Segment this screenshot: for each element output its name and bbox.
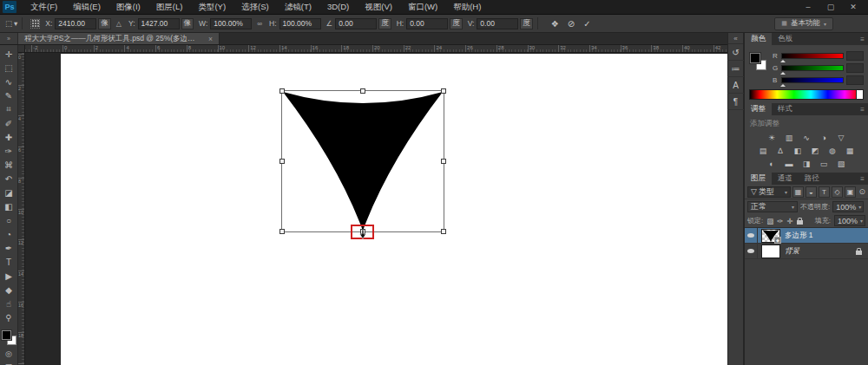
warp-mode-icon[interactable]: ❖	[551, 19, 559, 29]
slider-thumb[interactable]	[780, 57, 786, 62]
photo-filter-icon[interactable]: ◩	[809, 145, 822, 156]
filter-adjustment-layers-icon[interactable]: ◒	[806, 186, 817, 198]
posterize-icon[interactable]: ▬	[783, 158, 796, 169]
menu-window[interactable]: 窗口(W)	[400, 0, 445, 14]
menu-select[interactable]: 选择(S)	[233, 0, 277, 14]
menu-view[interactable]: 视图(V)	[357, 0, 400, 14]
menu-filter[interactable]: 滤镜(T)	[277, 0, 319, 14]
reference-point-locator[interactable]	[30, 19, 40, 29]
lock-position-icon[interactable]: ✛	[786, 217, 792, 225]
lock-image-pixels-icon[interactable]: ✑	[777, 217, 783, 225]
filter-kind-select[interactable]: ▽ 类型 ▾	[747, 186, 791, 198]
layer-row[interactable]: 背景	[745, 244, 868, 259]
levels-icon[interactable]: ▥	[783, 132, 796, 143]
menu-3d[interactable]: 3D(D)	[319, 0, 357, 14]
photoshop-logo[interactable]: Ps	[3, 1, 16, 13]
expand-panels-icon[interactable]: «	[728, 33, 743, 44]
relative-positioning-icon[interactable]: △	[116, 20, 122, 28]
gradient-map-icon[interactable]: ▭	[818, 158, 831, 169]
field-x-input[interactable]: 2410.00	[55, 18, 96, 29]
slider-b-value[interactable]	[846, 75, 864, 85]
menu-type[interactable]: 类型(Y)	[190, 0, 233, 14]
field-y-input[interactable]: 1427.00	[138, 18, 180, 29]
eraser-tool[interactable]: ◪	[0, 186, 18, 199]
tab-swatches[interactable]: 色板	[772, 33, 799, 45]
link-dimensions-icon[interactable]: ∞	[257, 20, 262, 28]
zoom-tool[interactable]: ⚲	[0, 310, 18, 324]
shape-tool[interactable]: ◆	[0, 283, 18, 297]
minimize-button[interactable]: –	[804, 3, 812, 11]
exposure-icon[interactable]: ◑	[818, 132, 831, 143]
layer-filter-toggle-icon[interactable]: ⊙	[858, 187, 865, 196]
tab-styles[interactable]: 样式	[772, 103, 799, 115]
tab-close-icon[interactable]: ×	[208, 35, 213, 43]
transform-handle-bottom-right[interactable]	[441, 229, 446, 234]
color-balance-icon[interactable]: ∆	[774, 145, 787, 156]
slider-r-bar[interactable]	[781, 53, 844, 59]
tool-preset-picker[interactable]: ⬚▾	[5, 19, 17, 28]
transform-handle-top-left[interactable]	[279, 88, 285, 94]
eye-icon[interactable]	[747, 233, 754, 238]
white-swatch[interactable]	[856, 90, 863, 99]
layer-row[interactable]: ◆多边形 1	[745, 228, 868, 244]
menu-image[interactable]: 图像(I)	[108, 0, 148, 14]
type-tool-tool[interactable]: T	[0, 255, 18, 269]
workspace-switcher[interactable]: ▦ 基本功能 ▾	[774, 17, 833, 30]
invert-icon[interactable]: ◐	[766, 158, 779, 169]
blur-tool[interactable]: ○	[0, 213, 18, 227]
marquee-tool[interactable]: ⬚	[0, 61, 18, 75]
field-angle-input[interactable]: 0.00	[335, 18, 377, 29]
lasso-tool[interactable]: ∿	[0, 75, 18, 88]
slider-thumb[interactable]	[780, 69, 786, 75]
panel-menu-icon[interactable]: ≡	[860, 33, 868, 45]
transform-handle-middle-right[interactable]	[441, 159, 446, 164]
opacity-select[interactable]: 100% ▾	[832, 201, 864, 212]
hue-saturation-icon[interactable]: ▤	[757, 145, 770, 156]
foreground-color-swatch[interactable]	[2, 330, 11, 340]
properties-panel-icon[interactable]: ≔	[727, 61, 744, 77]
commit-transform-icon[interactable]: ✓	[583, 19, 590, 29]
filter-smart-objects-icon[interactable]: ▣	[845, 186, 856, 198]
clone-stamp-tool[interactable]: ⌘	[0, 158, 18, 172]
tab-adjustments[interactable]: 调整	[745, 103, 772, 115]
filter-pixel-layers-icon[interactable]: ▦	[792, 186, 804, 198]
transform-handle-bottom-left[interactable]	[279, 229, 285, 234]
move-tool[interactable]: ✛	[0, 47, 18, 61]
slider-b-bar[interactable]	[781, 77, 844, 83]
quick-selection-tool[interactable]: ✎	[0, 88, 18, 102]
history-panel-icon[interactable]: ↺	[727, 44, 744, 61]
character-panel-icon[interactable]: A	[727, 77, 744, 94]
lock-all-icon[interactable]	[797, 220, 803, 225]
slider-thumb[interactable]	[780, 81, 786, 87]
transform-handle-middle-left[interactable]	[279, 159, 285, 164]
slider-g-bar[interactable]	[781, 65, 844, 71]
eyedropper-tool[interactable]: ✐	[0, 116, 18, 130]
eye-icon[interactable]	[747, 249, 754, 253]
tab-layers[interactable]: 图层	[745, 173, 772, 185]
tools-panel-header[interactable]: »	[0, 33, 18, 44]
field-h-input[interactable]: 100.00%	[279, 18, 321, 29]
crop-tool[interactable]: ⌗	[0, 102, 18, 116]
paragraph-panel-icon[interactable]: ¶	[727, 94, 744, 110]
cancel-transform-icon[interactable]: ⊘	[568, 19, 575, 29]
transform-handle-top-middle[interactable]	[360, 88, 365, 94]
quick-mask-icon[interactable]: ◎	[0, 348, 18, 359]
panel-menu-icon[interactable]: ≡	[860, 103, 868, 115]
menu-edit[interactable]: 编辑(E)	[65, 0, 108, 14]
field-v-skew-input[interactable]: 0.00	[477, 18, 518, 29]
slider-r-value[interactable]	[846, 51, 864, 61]
tab-channels[interactable]: 通道	[772, 173, 799, 185]
vibrance-icon[interactable]: ▽	[835, 132, 848, 143]
filter-shape-layers-icon[interactable]: ◇	[832, 186, 843, 198]
fill-select[interactable]: 100% ▾	[834, 215, 865, 226]
foreground-color-swatch[interactable]	[750, 53, 760, 63]
channel-mixer-icon[interactable]: ◍	[826, 145, 839, 156]
pen-tool[interactable]: ✒	[0, 241, 18, 255]
black-white-icon[interactable]: ◧	[792, 145, 805, 156]
menu-layer[interactable]: 图层(L)	[148, 0, 191, 14]
document-canvas[interactable]	[61, 54, 727, 365]
blend-mode-select[interactable]: 正常 ▾	[747, 201, 798, 212]
field-h-skew-input[interactable]: 0.00	[406, 18, 448, 29]
filter-type-layers-icon[interactable]: T	[819, 186, 830, 198]
menu-file[interactable]: 文件(F)	[23, 0, 65, 14]
